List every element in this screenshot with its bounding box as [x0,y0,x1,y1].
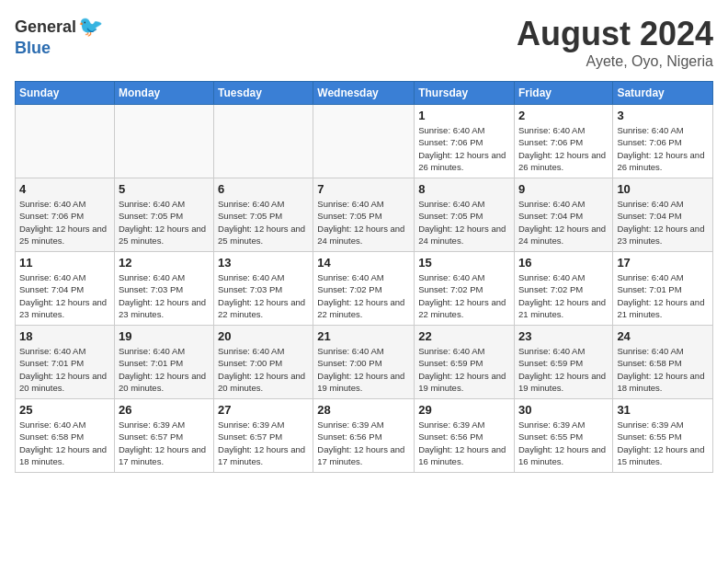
day-info: Sunrise: 6:40 AM Sunset: 7:00 PM Dayligh… [218,345,309,394]
day-number: 26 [119,403,210,417]
calendar-cell [313,105,415,178]
calendar-cell: 6Sunrise: 6:40 AM Sunset: 7:05 PM Daylig… [214,178,313,252]
logo-blue-text: Blue [15,39,51,58]
day-number: 5 [119,182,210,196]
day-number: 28 [317,403,410,417]
calendar-cell: 13Sunrise: 6:40 AM Sunset: 7:03 PM Dayli… [214,252,313,326]
calendar-cell: 1Sunrise: 6:40 AM Sunset: 7:06 PM Daylig… [415,105,515,178]
day-number: 19 [119,329,210,343]
day-info: Sunrise: 6:40 AM Sunset: 7:06 PM Dayligh… [418,124,510,173]
calendar-cell [16,105,115,178]
weekday-header-saturday: Saturday [613,82,713,105]
weekday-header-sunday: Sunday [16,82,115,105]
day-number: 6 [218,182,309,196]
title-block: August 2024 Ayete, Oyo, Nigeria [517,15,713,70]
calendar-cell: 9Sunrise: 6:40 AM Sunset: 7:04 PM Daylig… [514,178,612,252]
day-number: 10 [617,182,709,196]
calendar-cell: 20Sunrise: 6:40 AM Sunset: 7:00 PM Dayli… [214,326,313,399]
day-number: 23 [518,329,609,343]
day-info: Sunrise: 6:40 AM Sunset: 7:02 PM Dayligh… [418,271,510,320]
calendar-cell: 15Sunrise: 6:40 AM Sunset: 7:02 PM Dayli… [415,252,515,326]
page-header: General 🐦 Blue August 2024 Ayete, Oyo, N… [15,15,713,70]
day-number: 17 [617,256,709,270]
weekday-header-thursday: Thursday [415,82,515,105]
day-info: Sunrise: 6:40 AM Sunset: 6:59 PM Dayligh… [418,345,510,394]
calendar-cell [114,105,213,178]
calendar-cell: 28Sunrise: 6:39 AM Sunset: 6:56 PM Dayli… [313,399,415,473]
day-info: Sunrise: 6:40 AM Sunset: 7:04 PM Dayligh… [617,198,709,247]
day-number: 12 [119,256,210,270]
calendar-cell: 3Sunrise: 6:40 AM Sunset: 7:06 PM Daylig… [613,105,713,178]
weekday-header-tuesday: Tuesday [214,82,313,105]
day-number: 1 [418,109,510,122]
day-info: Sunrise: 6:40 AM Sunset: 6:58 PM Dayligh… [617,345,709,394]
day-number: 20 [218,329,309,343]
day-info: Sunrise: 6:40 AM Sunset: 7:03 PM Dayligh… [218,271,309,320]
day-info: Sunrise: 6:40 AM Sunset: 7:04 PM Dayligh… [518,198,609,247]
day-info: Sunrise: 6:40 AM Sunset: 7:03 PM Dayligh… [119,271,210,320]
day-info: Sunrise: 6:39 AM Sunset: 6:55 PM Dayligh… [518,419,609,467]
calendar-cell: 19Sunrise: 6:40 AM Sunset: 7:01 PM Dayli… [114,326,213,399]
day-info: Sunrise: 6:40 AM Sunset: 7:04 PM Dayligh… [19,271,110,320]
day-number: 22 [418,329,510,343]
calendar-week-row: 4Sunrise: 6:40 AM Sunset: 7:06 PM Daylig… [16,178,713,252]
day-number: 21 [317,329,410,343]
calendar-cell: 4Sunrise: 6:40 AM Sunset: 7:06 PM Daylig… [16,178,115,252]
calendar-table: SundayMondayTuesdayWednesdayThursdayFrid… [15,81,713,473]
calendar-cell: 11Sunrise: 6:40 AM Sunset: 7:04 PM Dayli… [16,252,115,326]
calendar-cell: 31Sunrise: 6:39 AM Sunset: 6:55 PM Dayli… [613,399,713,473]
month-title: August 2024 [517,15,713,53]
day-info: Sunrise: 6:40 AM Sunset: 7:00 PM Dayligh… [317,345,410,394]
day-number: 2 [518,109,609,122]
calendar-cell: 12Sunrise: 6:40 AM Sunset: 7:03 PM Dayli… [114,252,213,326]
day-number: 30 [518,403,609,417]
day-number: 9 [518,182,609,196]
calendar-cell: 5Sunrise: 6:40 AM Sunset: 7:05 PM Daylig… [114,178,213,252]
day-info: Sunrise: 6:39 AM Sunset: 6:57 PM Dayligh… [218,419,309,467]
day-info: Sunrise: 6:39 AM Sunset: 6:56 PM Dayligh… [418,419,510,467]
logo-bird-icon: 🐦 [78,15,103,39]
day-info: Sunrise: 6:39 AM Sunset: 6:55 PM Dayligh… [617,419,709,467]
day-info: Sunrise: 6:40 AM Sunset: 7:05 PM Dayligh… [418,198,510,247]
day-info: Sunrise: 6:40 AM Sunset: 7:02 PM Dayligh… [518,271,609,320]
calendar-week-row: 25Sunrise: 6:40 AM Sunset: 6:58 PM Dayli… [16,399,713,473]
day-number: 16 [518,256,609,270]
calendar-cell: 18Sunrise: 6:40 AM Sunset: 7:01 PM Dayli… [16,326,115,399]
day-info: Sunrise: 6:40 AM Sunset: 7:05 PM Dayligh… [218,198,309,247]
calendar-cell: 23Sunrise: 6:40 AM Sunset: 6:59 PM Dayli… [514,326,612,399]
day-number: 13 [218,256,309,270]
day-info: Sunrise: 6:40 AM Sunset: 7:06 PM Dayligh… [518,124,609,173]
weekday-header-wednesday: Wednesday [313,82,415,105]
calendar-cell: 30Sunrise: 6:39 AM Sunset: 6:55 PM Dayli… [514,399,612,473]
day-number: 3 [617,109,709,122]
calendar-cell: 2Sunrise: 6:40 AM Sunset: 7:06 PM Daylig… [514,105,612,178]
day-info: Sunrise: 6:40 AM Sunset: 7:06 PM Dayligh… [19,198,110,247]
calendar-cell: 14Sunrise: 6:40 AM Sunset: 7:02 PM Dayli… [313,252,415,326]
calendar-cell: 24Sunrise: 6:40 AM Sunset: 6:58 PM Dayli… [613,326,713,399]
calendar-cell: 29Sunrise: 6:39 AM Sunset: 6:56 PM Dayli… [415,399,515,473]
day-info: Sunrise: 6:40 AM Sunset: 7:06 PM Dayligh… [617,124,709,173]
calendar-cell: 17Sunrise: 6:40 AM Sunset: 7:01 PM Dayli… [613,252,713,326]
calendar-week-row: 1Sunrise: 6:40 AM Sunset: 7:06 PM Daylig… [16,105,713,178]
calendar-cell: 21Sunrise: 6:40 AM Sunset: 7:00 PM Dayli… [313,326,415,399]
logo: General 🐦 Blue [15,15,103,58]
day-info: Sunrise: 6:40 AM Sunset: 7:01 PM Dayligh… [119,345,210,394]
calendar-cell [214,105,313,178]
day-info: Sunrise: 6:39 AM Sunset: 6:56 PM Dayligh… [317,419,410,467]
logo-general-text: General [15,17,76,37]
calendar-cell: 8Sunrise: 6:40 AM Sunset: 7:05 PM Daylig… [415,178,515,252]
day-info: Sunrise: 6:40 AM Sunset: 7:02 PM Dayligh… [317,271,410,320]
calendar-cell: 22Sunrise: 6:40 AM Sunset: 6:59 PM Dayli… [415,326,515,399]
weekday-header-friday: Friday [514,82,612,105]
calendar-week-row: 11Sunrise: 6:40 AM Sunset: 7:04 PM Dayli… [16,252,713,326]
day-number: 27 [218,403,309,417]
day-info: Sunrise: 6:40 AM Sunset: 7:05 PM Dayligh… [317,198,410,247]
calendar-cell: 27Sunrise: 6:39 AM Sunset: 6:57 PM Dayli… [214,399,313,473]
weekday-header-monday: Monday [114,82,213,105]
day-info: Sunrise: 6:40 AM Sunset: 6:58 PM Dayligh… [19,419,110,467]
location-title: Ayete, Oyo, Nigeria [517,53,713,70]
day-number: 4 [19,182,110,196]
calendar-cell: 25Sunrise: 6:40 AM Sunset: 6:58 PM Dayli… [16,399,115,473]
calendar-cell: 26Sunrise: 6:39 AM Sunset: 6:57 PM Dayli… [114,399,213,473]
day-number: 15 [418,256,510,270]
